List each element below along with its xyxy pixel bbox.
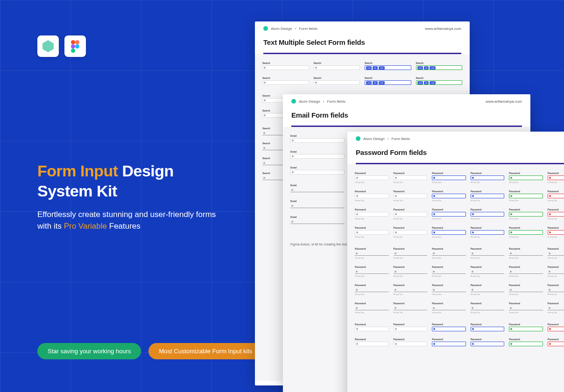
field-input[interactable] <box>394 175 428 180</box>
field-input[interactable] <box>355 269 389 274</box>
field-input[interactable] <box>262 80 309 85</box>
field-input[interactable] <box>471 212 505 217</box>
field-input[interactable] <box>509 287 543 292</box>
field-input[interactable] <box>509 342 543 346</box>
field-input[interactable] <box>548 269 564 274</box>
field-input[interactable] <box>394 327 428 331</box>
chip[interactable]: idr <box>424 66 429 70</box>
field-input[interactable] <box>394 212 428 217</box>
field-input[interactable] <box>432 251 466 256</box>
field-input[interactable] <box>394 194 428 198</box>
field-input[interactable] <box>548 287 564 292</box>
chip[interactable]: aud <box>379 66 385 70</box>
field-input[interactable] <box>355 251 389 256</box>
form-field: PasswordStrong Tips <box>509 247 543 259</box>
field-input[interactable] <box>548 212 564 217</box>
field-input[interactable] <box>314 65 360 70</box>
field-input[interactable] <box>290 188 345 192</box>
chip[interactable]: usd <box>417 66 423 70</box>
field-input[interactable] <box>290 154 345 159</box>
field-input[interactable] <box>394 342 428 346</box>
field-input[interactable] <box>432 175 466 180</box>
card-header: Atom Design›Form fields www.arfiancahya.… <box>283 94 530 107</box>
field-input[interactable] <box>314 80 360 85</box>
field-input[interactable] <box>548 342 564 346</box>
field-input[interactable] <box>548 251 564 256</box>
field-label: Search <box>416 77 463 79</box>
pill-green[interactable]: Star saving your working hours <box>37 343 141 359</box>
field-input[interactable] <box>471 251 505 256</box>
chip[interactable]: usd <box>366 66 372 70</box>
field-input[interactable] <box>432 327 466 331</box>
field-hint: Strong Tips <box>355 311 389 314</box>
field-input[interactable] <box>471 194 505 198</box>
field-input[interactable] <box>509 327 543 331</box>
field-input[interactable] <box>548 175 564 180</box>
field-icon <box>291 205 293 207</box>
field-input[interactable] <box>432 306 466 310</box>
field-input[interactable] <box>290 170 345 175</box>
acture-badge <box>37 35 59 57</box>
field-input[interactable] <box>355 342 389 346</box>
chip[interactable]: aud <box>430 66 436 70</box>
field-input[interactable] <box>262 65 309 70</box>
field-input[interactable] <box>509 194 543 198</box>
field-input[interactable] <box>432 194 466 198</box>
field-input[interactable] <box>355 212 389 217</box>
field-input[interactable] <box>432 230 466 235</box>
field-input[interactable] <box>509 251 543 256</box>
field-input[interactable] <box>355 175 389 180</box>
field-input[interactable] <box>471 342 505 346</box>
chip[interactable]: usd <box>417 81 423 84</box>
field-input[interactable] <box>394 269 428 274</box>
field-input[interactable] <box>471 327 505 331</box>
field-input[interactable] <box>548 306 564 310</box>
field-input[interactable] <box>471 287 505 292</box>
field-input[interactable] <box>290 203 345 208</box>
field-input[interactable] <box>471 306 505 310</box>
field-input[interactable] <box>509 230 543 235</box>
field-input[interactable] <box>471 175 505 180</box>
field-input[interactable]: usdidraud <box>365 65 411 70</box>
field-input[interactable] <box>432 287 466 292</box>
field-input[interactable] <box>290 219 345 224</box>
chip[interactable]: idr <box>373 66 377 70</box>
field-input[interactable] <box>355 230 389 235</box>
field-input[interactable] <box>355 194 389 198</box>
field-hint: Strong Tips <box>509 217 543 220</box>
field-input[interactable] <box>355 327 389 331</box>
field-input[interactable] <box>432 269 466 274</box>
field-input[interactable] <box>394 230 428 235</box>
pill-orange[interactable]: Most Customizable Form Input kits <box>148 343 262 359</box>
card-title: Text Multiple Select Form fields <box>255 35 470 53</box>
field-input[interactable] <box>471 269 505 274</box>
chip[interactable]: aud <box>379 81 385 84</box>
field-input[interactable] <box>394 306 428 310</box>
field-input[interactable] <box>548 230 564 235</box>
field-input[interactable]: usdidraud <box>416 80 463 85</box>
field-input[interactable] <box>394 287 428 292</box>
field-input[interactable] <box>509 212 543 217</box>
field-hint: Strong Tips <box>509 275 543 277</box>
field-input[interactable] <box>548 327 564 331</box>
field-input[interactable]: usdidraud <box>416 65 463 70</box>
chip[interactable]: idr <box>424 81 429 84</box>
field-input[interactable] <box>509 175 543 180</box>
field-input[interactable] <box>509 269 543 274</box>
field-icon <box>356 213 358 215</box>
field-input[interactable] <box>355 306 389 310</box>
field-input[interactable] <box>509 306 543 310</box>
field-input[interactable] <box>432 342 466 346</box>
field-input[interactable]: usdidraud <box>365 80 411 85</box>
chip[interactable]: idr <box>373 81 377 84</box>
field-input[interactable] <box>548 194 564 198</box>
field-input[interactable] <box>355 287 389 292</box>
field-input[interactable] <box>290 138 345 143</box>
field-hint: Strong Tips <box>548 217 564 220</box>
field-input[interactable] <box>471 230 505 235</box>
field-input[interactable] <box>394 251 428 256</box>
chip[interactable]: aud <box>430 81 436 84</box>
field-input[interactable] <box>432 212 466 217</box>
chip[interactable]: usd <box>366 81 372 84</box>
field-label: Password <box>471 247 505 250</box>
